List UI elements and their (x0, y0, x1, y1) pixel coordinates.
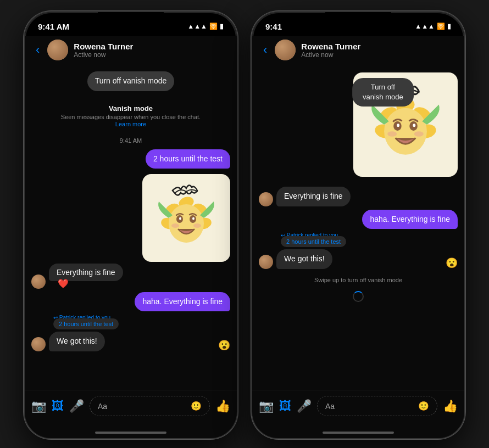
chat-header-2: ‹ Rowena Turner Active now (252, 36, 464, 66)
signal-icon: ▲▲▲ (187, 23, 207, 30)
sticker-row-1 (31, 172, 230, 264)
wifi-icon-2: 🛜 (437, 23, 445, 30)
reply-context-2: ↩ Patrick replied to you 2 hours until t… (281, 232, 458, 245)
emoji-icon-2[interactable]: 🙂 (418, 401, 429, 411)
status-bar-2: 9:41 ▲▲▲ 🛜 ▮ (252, 12, 464, 36)
msg-row-3: haha. Everything is fine (31, 292, 230, 312)
timestamp-1: 9:41 AM (31, 137, 230, 144)
msg-row-6: haha. Everything is fine (259, 210, 458, 229)
mini-avatar-4 (259, 255, 273, 269)
image-icon-1[interactable]: 🖼 (52, 399, 64, 413)
svg-point-22 (387, 131, 397, 137)
avatar-1 (47, 40, 68, 60)
emoji-icon-1[interactable]: 🙂 (191, 401, 202, 411)
svg-point-10 (171, 223, 179, 228)
back-button-2[interactable]: ‹ (261, 43, 269, 57)
status-bar-1: 9:41 AM ▲▲▲ 🛜 ▮ (25, 12, 237, 36)
chat-area-1: Turn off vanish mode Vanish mode Seen me… (25, 66, 237, 390)
sent-bubble-3: haha. Everything is fine (362, 210, 458, 229)
input-area-1: 📷 🖼 🎤 Aa 🙂 👍 (25, 390, 237, 429)
mic-icon-1[interactable]: 🎤 (69, 399, 84, 413)
swipe-notice: Swipe up to turn off vanish mode (259, 277, 458, 283)
contact-status-1: Active now (74, 51, 228, 59)
phone-2: 9:41 ▲▲▲ 🛜 ▮ ‹ Rowena Turner Active now (251, 11, 465, 439)
thumb-icon-2[interactable]: 👍 (443, 399, 458, 413)
svg-point-9 (192, 217, 195, 220)
status-icons-1: ▲▲▲ 🛜 ▮ (187, 23, 224, 30)
avatar-2 (275, 40, 296, 60)
svg-point-21 (413, 124, 415, 127)
chat-header-1: ‹ Rowena Turner Active now (25, 36, 237, 66)
message-input-1[interactable]: Aa 🙂 (90, 396, 210, 416)
input-placeholder-1[interactable]: Aa (98, 402, 107, 411)
sticker-with-overlay: Turn off vanish mode (259, 70, 458, 179)
vanish-title: Vanish mode (31, 104, 230, 113)
input-area-2: 📷 🖼 🎤 Aa 🙂 👍 (252, 390, 464, 429)
loading-spinner (353, 291, 364, 302)
learn-more-link[interactable]: Learn more (31, 121, 230, 127)
home-bar-2 (323, 432, 394, 434)
received-bubble-4: We got this! (276, 249, 332, 269)
turn-off-overlay: Turn off vanish mode (342, 76, 424, 109)
quoted-bubble-1: 2 hours until the test (53, 318, 119, 329)
phone-1: 9:41 AM ▲▲▲ 🛜 ▮ ‹ Rowena Turner Active n… (24, 11, 238, 439)
battery-icon-2: ▮ (447, 23, 451, 30)
signal-icon-2: ▲▲▲ (415, 23, 435, 30)
msg-row-7: We got this! 😮 (259, 249, 458, 269)
turn-off-row: Turn off vanish mode (31, 69, 230, 93)
status-time-1: 9:41 AM (38, 22, 69, 31)
sent-bubble-2: haha. Everything is fine (135, 292, 230, 312)
received-bubble-3: Everything is fine (276, 187, 351, 206)
turn-off-bubble-2[interactable]: Turn off vanish mode (352, 78, 414, 107)
chat-area-2: Turn off vanish mode Everything is fine … (252, 66, 464, 390)
svg-point-20 (397, 124, 399, 127)
quoted-bubble-2: 2 hours until the test (281, 236, 346, 247)
camera-icon-2[interactable]: 📷 (259, 399, 274, 413)
msg-row-5: Everything is fine (259, 187, 458, 206)
contact-status-2: Active now (301, 51, 455, 59)
msg-row-2: Everything is fine ❤️ (31, 267, 230, 289)
reaction-icon-1: 😮 (218, 339, 230, 351)
mini-avatar-1 (31, 275, 46, 289)
contact-name-1: Rowena Turner (74, 42, 228, 51)
vanish-subtitle: Seen messages disappear when you close t… (31, 114, 230, 120)
home-indicator-1 (25, 429, 237, 438)
sticker-1 (142, 174, 230, 262)
mic-icon-2[interactable]: 🎤 (297, 399, 312, 413)
wifi-icon: 🛜 (209, 23, 218, 30)
status-icons-2: ▲▲▲ 🛜 ▮ (415, 23, 451, 30)
svg-point-17 (384, 108, 427, 155)
svg-point-23 (414, 131, 424, 137)
contact-info-2: Rowena Turner Active now (301, 42, 455, 59)
back-button-1[interactable]: ‹ (34, 43, 42, 57)
turn-off-bubble[interactable]: Turn off vanish mode (87, 71, 175, 91)
reaction-icon-2: 😮 (446, 257, 458, 269)
svg-point-8 (179, 217, 181, 220)
svg-point-11 (193, 223, 201, 228)
sent-bubble-1: 2 hours until the test (146, 149, 230, 169)
mini-avatar-3 (259, 192, 273, 206)
image-icon-2[interactable]: 🖼 (279, 399, 291, 413)
msg-row-1: 2 hours until the test (31, 149, 230, 169)
vanish-notice: Vanish mode Seen messages disappear when… (31, 100, 230, 132)
reply-context-1: ↩ Patrick replied to you 2 hours until t… (53, 315, 230, 327)
received-bubble-2: We got this! (49, 332, 105, 351)
message-input-2[interactable]: Aa 🙂 (317, 396, 437, 416)
contact-info-1: Rowena Turner Active now (74, 42, 228, 59)
status-time-2: 9:41 (265, 22, 282, 31)
contact-name-2: Rowena Turner (301, 42, 455, 51)
thumb-icon-1[interactable]: 👍 (215, 399, 230, 413)
input-placeholder-2[interactable]: Aa (325, 402, 335, 411)
sticker-svg-1 (148, 180, 225, 256)
msg-row-4: We got this! 😮 (31, 332, 230, 351)
battery-icon: ▮ (220, 23, 224, 30)
svg-point-5 (169, 204, 204, 243)
home-indicator-2 (252, 429, 464, 438)
home-bar-1 (95, 432, 166, 434)
mini-avatar-2 (31, 337, 46, 351)
camera-icon-1[interactable]: 📷 (31, 399, 46, 413)
